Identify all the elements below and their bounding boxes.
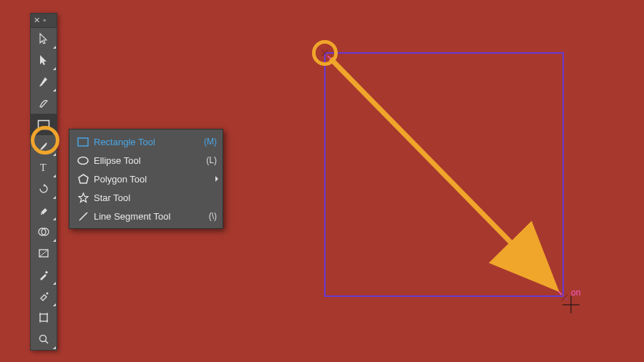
submenu-indicator-icon [215,176,218,182]
svg-marker-16 [79,175,88,183]
shape-builder-tool[interactable] [31,221,57,243]
flyout-label: Star Tool [94,192,217,203]
flyout-rect-tool[interactable]: Rectangle Tool(M) [69,132,223,151]
flyout-label: Polygon Tool [94,174,217,185]
flyout-line-tool[interactable]: Line Segment Tool(\) [69,207,223,225]
panel-header[interactable]: ✕ ›› [31,14,57,28]
svg-point-15 [78,157,88,164]
paintbrush-tool[interactable] [31,135,57,157]
polygon-icon [75,174,91,185]
curvature-tool[interactable] [31,92,57,114]
svg-point-6 [47,293,49,295]
shortcut-label: (M) [197,137,217,147]
zoom-tool[interactable] [31,328,57,350]
rectangle-tool[interactable] [31,114,57,135]
flyout-label: Rectangle Tool [94,137,197,147]
rotate-tool[interactable] [31,178,57,200]
close-icon[interactable]: ✕ [34,16,40,24]
tools-panel[interactable]: ✕ ›› T [30,13,57,351]
svg-rect-7 [40,314,47,321]
shortcut-label: (L) [197,155,217,165]
star-icon [75,192,91,203]
flyout-star-tool[interactable]: Star Tool [69,188,223,207]
drawn-rectangle [324,52,564,297]
type-tool[interactable]: T [31,157,57,178]
flyout-ellipse-tool[interactable]: Ellipse Tool(L) [69,151,223,170]
selection-tool[interactable] [31,28,57,49]
ellipse-icon [75,156,91,165]
shortcut-label: (\) [197,211,217,221]
gradient-tool[interactable] [31,243,57,264]
flyout-polygon-tool[interactable]: Polygon Tool [69,170,223,188]
svg-marker-17 [79,193,88,202]
artboard-tool[interactable] [31,307,57,328]
origin-marker [320,48,330,58]
direct-selection-tool[interactable] [31,49,57,71]
svg-rect-14 [78,138,88,146]
smart-guide-label: on [571,288,580,298]
eraser-tool[interactable] [31,200,57,221]
svg-text:T: T [40,162,47,173]
svg-rect-5 [45,271,48,274]
crosshair-cursor [562,296,580,313]
live-paint-tool[interactable] [31,285,57,307]
flyout-label: Ellipse Tool [94,155,197,166]
collapse-icon[interactable]: ›› [43,17,45,24]
svg-rect-0 [39,120,49,129]
svg-line-13 [45,341,48,343]
svg-line-18 [79,212,87,220]
rect-icon [75,137,91,147]
pen-tool[interactable] [31,71,57,92]
flyout-label: Line Segment Tool [94,211,197,222]
eyedropper-tool[interactable] [31,264,57,285]
line-icon [75,211,91,222]
shape-tool-flyout[interactable]: Rectangle Tool(M)Ellipse Tool(L)Polygon … [69,129,223,229]
